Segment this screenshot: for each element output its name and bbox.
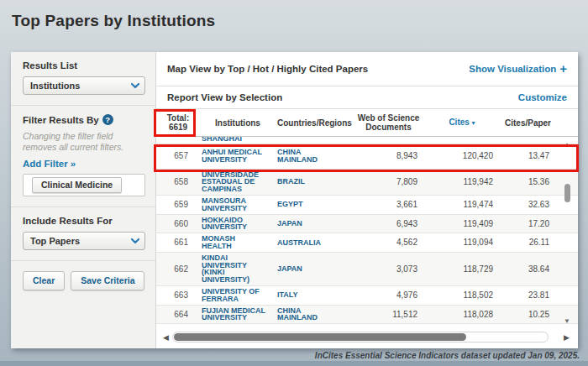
table-row[interactable]: 662 KINDAI UNIVERSITY (KINKI UNIVERSITY)… [156,253,578,286]
cites-cell: 119,409 [424,219,500,228]
country-link[interactable]: CHINA MAINLAND [276,307,353,322]
chevron-down-icon [131,237,139,245]
vertical-scroll-thumb[interactable] [564,184,570,202]
documents-cell: 4,562 [353,238,424,247]
cites-cell: 119,942 [424,177,500,186]
dataset-note: InCites Essential Science Indicators dat… [315,351,580,360]
map-view-bar: Map View by Top / Hot / Highly Cited Pap… [156,52,578,86]
scroll-left-icon[interactable]: ◀ [163,333,169,342]
cites-per-paper-cell: 26.11 [500,238,556,247]
include-heading: Include Results For [23,216,145,226]
institution-link[interactable]: ANHUI MEDICAL UNIVERSITY [200,149,276,164]
rank-cell: 660 [156,219,200,228]
institution-link[interactable]: UNIVERSIDADE ESTADUAL DE CAMPINAS [200,171,276,193]
cites-cell: 119,094 [424,238,500,247]
institution-link[interactable]: KINDAI UNIVERSITY (KINKI UNIVERSITY) [200,254,276,284]
results-list-selected: Institutions [30,81,80,91]
sidebar-buttons: Clear Save Criteria [11,261,155,290]
cites-per-paper-cell: 32.63 [500,200,556,209]
filter-heading: Filter Results By? [23,114,145,125]
cites-per-paper-cell: 38.64 [500,264,556,274]
horizontal-scroll-track[interactable] [172,332,549,342]
scroll-down-icon[interactable]: ▼ [564,317,570,325]
table-row[interactable]: 658 UNIVERSIDADE ESTADUAL DE CAMPINAS BR… [156,170,578,196]
scroll-up-icon[interactable]: ▲ [564,141,570,149]
filter-field[interactable]: Clinical Medicine [23,174,145,196]
country-link[interactable]: EGYPT [276,201,353,208]
content-panel: Results List Institutions Filter Results… [11,52,578,348]
report-view-bar: Report View by Selection Customize [156,86,578,109]
horizontal-scrollbar[interactable]: ◀ ▶ [156,327,578,348]
documents-cell: 8,943 [353,151,424,160]
country-link[interactable]: AUSTRALIA [276,239,353,247]
table-row[interactable]: 661 MONASH HEALTH AUSTRALIA 4,562 119,09… [156,233,578,253]
table-row[interactable]: 657 ANHUI MEDICAL UNIVERSITY CHINA MAINL… [156,144,578,170]
documents-cell: 4,976 [353,290,424,300]
add-filter-link[interactable]: Add Filter » [23,159,145,169]
filter-chip[interactable]: Clinical Medicine [32,177,122,193]
help-icon[interactable]: ? [102,114,113,125]
rank-cell: 662 [156,264,200,274]
include-section: Include Results For Top Papers [11,207,155,261]
institution-link[interactable]: UNIVERSITY OF FERRARA [200,288,276,303]
cites-cell: 120,420 [424,151,500,160]
horizontal-scroll-thumb[interactable] [174,333,466,341]
institution-link[interactable]: MONASH HEALTH [200,235,276,250]
filter-note: Changing the filter field removes all cu… [23,131,145,152]
institution-link[interactable]: FUJIAN MEDICAL UNIVERSITY [200,307,276,322]
save-criteria-button[interactable]: Save Criteria [71,271,144,290]
institution-link[interactable]: MANSOURA UNIVERSITY [200,197,276,212]
partial-table-row: SHANGHAI [156,137,578,144]
country-link[interactable]: BRAZIL [276,178,353,186]
customize-link[interactable]: Customize [518,92,567,102]
include-selected: Top Papers [30,236,80,246]
scroll-right-icon[interactable]: ▶ [564,333,570,342]
cites-per-paper-cell: 10.25 [500,310,556,319]
report-view-title: Report View by Selection [167,92,282,102]
map-view-title: Map View by Top / Hot / Highly Cited Pap… [167,64,368,74]
cites-per-paper-cell: 17.20 [500,219,556,228]
chevron-down-icon [131,81,139,90]
rank-cell: 657 [156,151,200,160]
results-list-label: Results List [23,60,145,71]
countries-column-header: Countries/Regions [276,118,353,128]
bottom-band [0,361,588,366]
documents-cell: 11,512 [353,310,424,319]
institution-link[interactable]: HOKKAIDO UNIVERSITY [200,217,276,232]
clear-button[interactable]: Clear [23,271,65,290]
cites-column-header-sort[interactable]: Cites ▾ [424,118,500,128]
total-count: 6619 [158,123,198,132]
table-row[interactable]: 664 FUJIAN MEDICAL UNIVERSITY CHINA MAIN… [156,306,578,325]
include-dropdown[interactable]: Top Papers [23,232,145,250]
cites-cell: 118,028 [424,310,500,319]
show-visualization-link[interactable]: Show Visualization + [469,64,567,74]
vertical-scrollbar[interactable]: ▲ ▼ [563,137,573,327]
plus-icon: + [559,65,567,73]
country-link[interactable]: JAPAN [276,265,353,273]
table-row[interactable]: 663 UNIVERSITY OF FERRARA ITALY 4,976 11… [156,286,578,306]
country-link[interactable]: CHINA MAINLAND [276,149,353,164]
cites-cell: 118,729 [424,264,500,274]
table-header: Total: 6619 Institutions Countries/Regio… [156,109,578,137]
cites-per-paper-cell: 13.47 [500,151,556,160]
main-area: Map View by Top / Hot / Highly Cited Pap… [156,52,578,348]
cites-per-paper-column-header: Cites/Paper [500,118,556,128]
results-list-dropdown[interactable]: Institutions [23,76,145,95]
country-link[interactable]: JAPAN [276,220,353,227]
documents-cell: 3,661 [353,200,424,209]
rank-cell: 661 [156,238,200,247]
cites-cell: 119,474 [424,200,500,209]
country-link[interactable]: ITALY [276,291,353,299]
table-row[interactable]: 659 MANSOURA UNIVERSITY EGYPT 3,661 119,… [156,196,578,215]
cites-cell: 118,502 [424,290,500,300]
page-title: Top Papers by Institutions [12,12,215,30]
documents-cell: 3,073 [353,264,424,274]
rank-cell: 664 [156,310,200,319]
table-body: SHANGHAI 657 ANHUI MEDICAL UNIVERSITY CH… [156,137,578,327]
documents-column-header: Web of Science Documents [353,113,424,132]
sort-arrow-icon: ▾ [472,119,475,127]
sidebar: Results List Institutions Filter Results… [11,52,156,348]
cites-per-paper-cell: 23.81 [500,290,556,300]
cites-per-paper-cell: 15.36 [500,177,556,186]
table-row[interactable]: 660 HOKKAIDO UNIVERSITY JAPAN 6,943 119,… [156,215,578,234]
